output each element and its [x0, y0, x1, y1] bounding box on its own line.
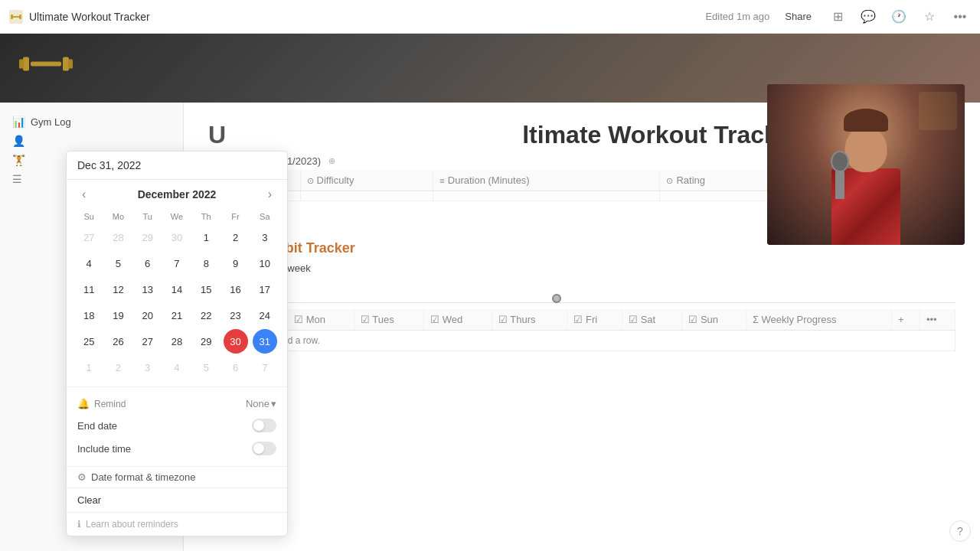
comment-icon[interactable]: 💬	[858, 6, 879, 28]
svg-rect-5	[63, 57, 69, 71]
topbar-right: Edited 1m ago Share ⊞ 💬 🕐 ☆ •••	[705, 6, 971, 28]
cal-day-prev29[interactable]: 29	[136, 225, 160, 249]
toggle-thumb	[253, 420, 264, 431]
cal-day-2[interactable]: 2	[224, 225, 248, 249]
col-sun[interactable]: ☑ Sun	[682, 309, 746, 331]
cal-day-13[interactable]: 13	[136, 277, 160, 302]
cal-day-next4[interactable]: 4	[165, 355, 189, 380]
learn-reminders-row[interactable]: ℹ Learn about reminders	[67, 512, 287, 536]
cal-day-23[interactable]: 23	[224, 303, 248, 328]
prev-month-button[interactable]: ‹	[77, 186, 90, 203]
format-row[interactable]: ⚙ Date format & timezone	[67, 466, 287, 487]
cal-day-6[interactable]: 6	[136, 251, 160, 276]
cal-day-1[interactable]: 1	[194, 225, 218, 249]
cal-day-9[interactable]: 9	[224, 251, 248, 276]
weekday-headers: Su Mo Tu We Th Fr Sa	[74, 209, 279, 224]
sidebar-item-person[interactable]: 👤	[3, 132, 180, 150]
weekday-mo: Mo	[103, 209, 132, 224]
cal-day-3[interactable]: 3	[253, 225, 277, 249]
cal-day-24[interactable]: 24	[253, 303, 277, 328]
cal-day-21[interactable]: 21	[165, 303, 189, 328]
cal-day-25[interactable]: 25	[77, 329, 101, 354]
cal-day-next6[interactable]: 6	[224, 355, 248, 380]
cal-day-27[interactable]: 27	[136, 329, 160, 354]
cal-day-18[interactable]: 18	[77, 303, 101, 328]
empty-row-label[interactable]: Empty. Click to add a row.	[208, 331, 956, 351]
sidebar-item-gyms[interactable]: 📊 Gym Log	[3, 112, 180, 131]
add-filter-icon[interactable]: ⊕	[328, 156, 335, 166]
cal-day-8[interactable]: 8	[194, 251, 218, 276]
habit-tracker-section: Workout Habit Tracker Goal: workout 5x/w…	[208, 240, 956, 372]
col-more-habit[interactable]: •••	[920, 309, 955, 331]
cal-day-5[interactable]: 5	[106, 251, 130, 276]
cal-day-prev27[interactable]: 27	[77, 225, 101, 249]
cal-day-29[interactable]: 29	[194, 329, 218, 354]
col-tues[interactable]: ☑ Tues	[354, 309, 423, 331]
tab-bar: ⊞ Table + •••	[208, 283, 956, 303]
col-weekly-progress[interactable]: Σ Weekly Progress	[746, 309, 891, 331]
add-new-habit-button[interactable]: + New	[208, 351, 956, 372]
calendar-popup: ‹ December 2022 › Su Mo Tu We Th Fr Sa 2…	[66, 151, 288, 536]
calendar-grid: Su Mo Tu We Th Fr Sa 27 28 29 30 1 2 3 4…	[67, 209, 287, 386]
cal-day-26[interactable]: 26	[106, 329, 130, 354]
col-difficulty[interactable]: ⊙Difficulty	[300, 170, 433, 191]
remind-label: 🔔 Remind	[77, 398, 126, 409]
cal-day-prev30[interactable]: 30	[165, 225, 189, 249]
help-button[interactable]: ?	[949, 520, 971, 542]
col-thurs[interactable]: ☑ Thurs	[492, 309, 567, 331]
cal-day-30[interactable]: 30	[224, 329, 248, 354]
cal-day-12[interactable]: 12	[106, 277, 130, 302]
grid-icon[interactable]: ⊞	[827, 6, 848, 28]
cal-day-next5[interactable]: 5	[194, 355, 218, 380]
calendar-days: 27 28 29 30 1 2 3 4 5 6 7 8 9 10 11 12 1…	[74, 224, 279, 380]
col-mon[interactable]: ☑ Mon	[288, 309, 354, 331]
cal-day-19[interactable]: 19	[106, 303, 130, 328]
cal-day-11[interactable]: 11	[77, 277, 101, 302]
svg-rect-3	[31, 62, 61, 67]
svg-rect-7	[68, 60, 73, 69]
cal-day-next1[interactable]: 1	[77, 355, 101, 380]
dumbbell-icon: 🏋	[12, 154, 24, 166]
info-icon: ℹ	[77, 519, 81, 530]
star-icon[interactable]: ☆	[919, 6, 940, 28]
weekday-su: Su	[74, 209, 103, 224]
col-wed[interactable]: ☑ Wed	[424, 309, 492, 331]
month-year-label: December 2022	[138, 188, 217, 201]
svg-rect-1	[11, 15, 13, 19]
cal-day-15[interactable]: 15	[194, 277, 218, 302]
cal-day-31[interactable]: 31	[253, 329, 277, 354]
cal-day-next3[interactable]: 3	[136, 355, 160, 380]
share-button[interactable]: Share	[779, 8, 818, 25]
weekday-th: Th	[191, 209, 220, 224]
cal-day-4[interactable]: 4	[77, 251, 101, 276]
chevron-down-icon: ▾	[271, 398, 276, 409]
col-rating[interactable]: ⊙Rating	[660, 170, 774, 191]
habit-table: Aa Week ☑ Mon ☑ Tues ☑ Wed ☑ Thurs ☑ Fri…	[208, 309, 956, 351]
col-duration[interactable]: ≡Duration (Minutes)	[433, 170, 660, 191]
svg-rect-2	[19, 15, 21, 19]
cal-day-10[interactable]: 10	[253, 251, 277, 276]
cal-day-14[interactable]: 14	[165, 277, 189, 302]
col-fri[interactable]: ☑ Fri	[567, 309, 622, 331]
clear-button[interactable]: Clear	[67, 487, 287, 512]
remind-value[interactable]: None ▾	[246, 398, 276, 409]
include-time-toggle[interactable]	[252, 442, 276, 455]
format-label: Date format & timezone	[91, 471, 196, 483]
cal-day-22[interactable]: 22	[194, 303, 218, 328]
cal-day-17[interactable]: 17	[253, 277, 277, 302]
cal-day-16[interactable]: 16	[224, 277, 248, 302]
cal-day-7[interactable]: 7	[165, 251, 189, 276]
cal-day-next2[interactable]: 2	[106, 355, 130, 380]
end-date-toggle[interactable]	[252, 419, 276, 432]
col-sat[interactable]: ☑ Sat	[622, 309, 682, 331]
col-add-habit[interactable]: +	[892, 309, 920, 331]
history-icon[interactable]: 🕐	[888, 6, 910, 28]
cal-day-20[interactable]: 20	[136, 303, 160, 328]
include-time-row: Include time	[77, 437, 276, 460]
cal-day-next7[interactable]: 7	[253, 355, 277, 380]
cal-day-prev28[interactable]: 28	[106, 225, 130, 249]
date-input[interactable]	[67, 152, 287, 180]
more-icon[interactable]: •••	[949, 6, 971, 28]
next-month-button[interactable]: ›	[263, 186, 276, 203]
cal-day-28[interactable]: 28	[165, 329, 189, 354]
